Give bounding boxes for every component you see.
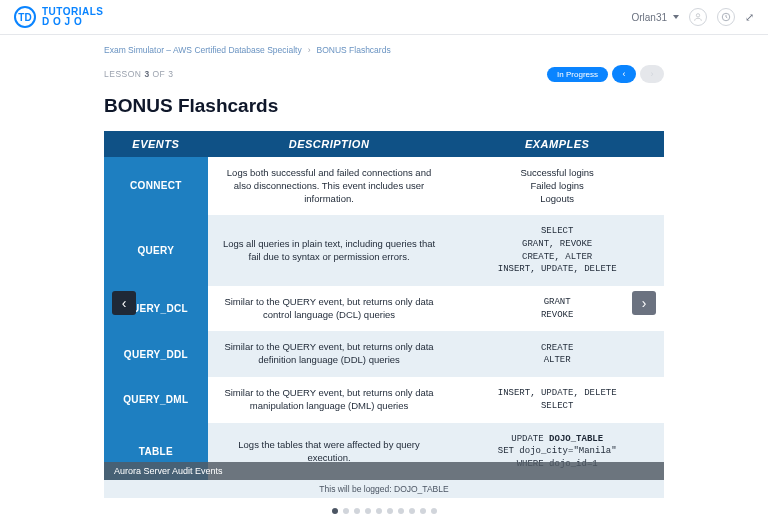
chevron-left-icon: ‹ (122, 295, 127, 311)
svg-point-0 (696, 14, 699, 17)
chevron-right-icon: › (651, 69, 654, 79)
flashcard-slide: ‹ › EVENTS DESCRIPTION EXAMPLES CONNECTL… (104, 131, 664, 498)
lesson-status-group: In Progress ‹ › (547, 65, 664, 83)
table-row: QUERY_DMLSimilar to the QUERY event, but… (104, 377, 664, 423)
cell-description: Logs both successful and failed connecti… (208, 157, 451, 215)
status-badge: In Progress (547, 67, 608, 82)
lesson-meta-row: LESSON 3 OF 3 In Progress ‹ › (104, 65, 664, 95)
breadcrumb-link-lesson[interactable]: BONUS Flashcards (316, 45, 390, 55)
cell-examples: INSERT, UPDATE, DELETESELECT (450, 377, 664, 423)
table-row: QUERY_DCLSimilar to the QUERY event, but… (104, 286, 664, 332)
brand-line-bottom: D O J O (42, 17, 104, 27)
table-row: TABLELogs the tables that were affected … (104, 423, 664, 481)
slide-dot[interactable] (343, 508, 349, 514)
lesson-next-button[interactable]: › (640, 65, 664, 83)
slide-prev-button[interactable]: ‹ (112, 291, 136, 315)
cell-event: CONNECT (104, 157, 208, 215)
slide-dot[interactable] (354, 508, 360, 514)
lesson-total: 3 (168, 69, 173, 79)
th-events: EVENTS (104, 131, 208, 157)
slide-next-button[interactable]: › (632, 291, 656, 315)
slide-dot[interactable] (409, 508, 415, 514)
cell-examples: Successful loginsFailed loginsLogouts (450, 157, 664, 215)
table-row: QUERYLogs all queries in plain text, inc… (104, 215, 664, 285)
table-row: CONNECTLogs both successful and failed c… (104, 157, 664, 215)
table-row: QUERY_DDLSimilar to the QUERY event, but… (104, 331, 664, 377)
breadcrumb-sep: › (308, 45, 311, 55)
table-header-row: EVENTS DESCRIPTION EXAMPLES (104, 131, 664, 157)
expand-icon[interactable]: ⤢ (745, 11, 754, 24)
slide-dot[interactable] (398, 508, 404, 514)
app-header: TD TUTORIALS D O J O Orlan31 ⤢ (0, 0, 768, 35)
slide-dot[interactable] (365, 508, 371, 514)
slide-dot[interactable] (332, 508, 338, 514)
events-table: EVENTS DESCRIPTION EXAMPLES CONNECTLogs … (104, 131, 664, 480)
th-examples: EXAMPLES (450, 131, 664, 157)
lesson-counter: LESSON 3 OF 3 (104, 69, 173, 79)
chevron-right-icon: › (642, 295, 647, 311)
avatar-icon[interactable] (689, 8, 707, 26)
brand[interactable]: TD TUTORIALS D O J O (14, 6, 104, 28)
user-menu[interactable]: Orlan31 (631, 12, 679, 23)
slide-dots (104, 508, 664, 514)
slide-dot[interactable] (420, 508, 426, 514)
cell-description: Similar to the QUERY event, but returns … (208, 331, 451, 377)
cell-description: Similar to the QUERY event, but returns … (208, 377, 451, 423)
header-right: Orlan31 ⤢ (631, 8, 754, 26)
main-container: Exam Simulator – AWS Certified Database … (104, 35, 664, 521)
cell-examples: CREATEALTER (450, 331, 664, 377)
slide-dot[interactable] (387, 508, 393, 514)
cell-examples: SELECTGRANT, REVOKECREATE, ALTERINSERT, … (450, 215, 664, 285)
lesson-prev-button[interactable]: ‹ (612, 65, 636, 83)
cell-event: QUERY_DDL (104, 331, 208, 377)
cell-event: QUERY (104, 215, 208, 285)
chevron-left-icon: ‹ (623, 69, 626, 79)
cell-description: Logs all queries in plain text, includin… (208, 215, 451, 285)
slide-dot[interactable] (376, 508, 382, 514)
breadcrumb: Exam Simulator – AWS Certified Database … (104, 43, 664, 65)
slide-dot[interactable] (431, 508, 437, 514)
cell-description: Similar to the QUERY event, but returns … (208, 286, 451, 332)
th-description: DESCRIPTION (208, 131, 451, 157)
table-footnote: This will be logged: DOJO_TABLE (104, 480, 664, 498)
username-label: Orlan31 (631, 12, 667, 23)
brand-text: TUTORIALS D O J O (42, 7, 104, 27)
brand-logo-icon: TD (14, 6, 36, 28)
page-title: BONUS Flashcards (104, 95, 664, 117)
lesson-of: OF (152, 69, 165, 79)
breadcrumb-link-course[interactable]: Exam Simulator – AWS Certified Database … (104, 45, 302, 55)
recent-icon[interactable] (717, 8, 735, 26)
cell-event: QUERY_DML (104, 377, 208, 423)
lesson-word: LESSON (104, 69, 142, 79)
cell-examples: UPDATE DOJO_TABLESET dojo_city="Manila"W… (450, 423, 664, 481)
cell-event: TABLE (104, 423, 208, 481)
lesson-current: 3 (144, 69, 149, 79)
cell-description: Logs the tables that were affected by qu… (208, 423, 451, 481)
